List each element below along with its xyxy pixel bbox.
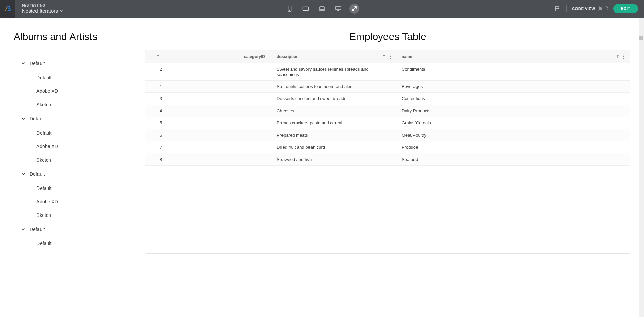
device-tablet-landscape-button[interactable] — [301, 4, 311, 14]
tree-group: DefaultDefaultAdobe XDSketch — [14, 56, 145, 111]
table-row[interactable]: 7Dried fruit and bean curdProduce — [145, 141, 630, 153]
edit-button[interactable]: EDIT — [613, 4, 638, 13]
column-label: categoryID — [160, 54, 267, 59]
svg-point-12 — [623, 56, 624, 57]
column-header-name[interactable]: name — [397, 50, 630, 63]
toggle-off-icon — [598, 6, 608, 11]
cell-description: Seaweed and fish — [272, 153, 397, 165]
chevron-down-icon — [21, 227, 26, 232]
svg-point-10 — [390, 58, 391, 59]
table-row[interactable]: 2Sweet and savory sauces relishes spread… — [145, 63, 630, 81]
cell-name: Produce — [397, 141, 630, 153]
tree-view: DefaultDefaultAdobe XDSketchDefaultDefau… — [14, 56, 145, 250]
device-desktop-button[interactable] — [333, 4, 343, 14]
svg-point-13 — [623, 58, 624, 59]
column-header-description[interactable]: description — [272, 50, 397, 63]
device-laptop-button[interactable] — [317, 4, 327, 14]
arrow-up-icon — [382, 55, 386, 59]
table-row[interactable]: 1Soft drinks coffees teas beers and ales… — [145, 81, 630, 93]
tree-group-label: Default — [30, 61, 45, 66]
preview-canvas: Albums and Artists DefaultDefaultAdobe X… — [0, 18, 644, 317]
column-label: description — [277, 54, 382, 59]
divider — [566, 5, 567, 12]
table-row[interactable]: 5Breads crackers pasta and cerealGrains/… — [145, 117, 630, 129]
svg-rect-4 — [336, 6, 341, 10]
page-title-dropdown[interactable]: Nested Iterators — [22, 8, 63, 14]
grid-body: 2Sweet and savory sauces relishes spread… — [145, 63, 630, 166]
scrollbar-track[interactable] — [639, 18, 644, 317]
page-title: Nested Iterators — [22, 8, 58, 14]
cell-name: Seafood — [397, 153, 630, 165]
tree-item[interactable]: Adobe XD — [14, 84, 145, 98]
cell-name: Meat/Poultry — [397, 129, 630, 141]
tree-group-header[interactable]: Default — [14, 111, 145, 126]
device-fullscreen-button[interactable] — [349, 4, 359, 14]
right-column: Employees Table categoryID description — [145, 31, 630, 254]
right-heading: Employees Table — [145, 31, 630, 42]
column-label: name — [402, 54, 616, 59]
tree-item[interactable]: Adobe XD — [14, 195, 145, 208]
cell-description: Prepared meats — [272, 129, 397, 141]
device-phone-button[interactable] — [285, 4, 295, 14]
code-view-toggle[interactable]: CODE VIEW — [572, 6, 608, 11]
grid-empty-space — [145, 166, 630, 253]
tree-item[interactable]: Default — [14, 237, 145, 250]
svg-point-5 — [152, 55, 152, 55]
app-logo[interactable] — [0, 0, 15, 18]
tree-group-header[interactable]: Default — [14, 222, 145, 237]
svg-point-7 — [152, 58, 152, 59]
tree-group-label: Default — [30, 116, 45, 121]
left-column: Albums and Artists DefaultDefaultAdobe X… — [14, 31, 145, 254]
tree-group: DefaultDefaultAdobe XDSketch — [14, 167, 145, 222]
tree-item[interactable]: Default — [14, 71, 145, 84]
tree-item[interactable]: Sketch — [14, 208, 145, 222]
cell-description: Desserts candies and sweet breads — [272, 93, 397, 105]
flag-icon — [554, 6, 560, 11]
cell-name: Dairy Products — [397, 105, 630, 117]
cell-categoryid: 4 — [145, 105, 272, 117]
tree-group-label: Default — [30, 227, 45, 232]
cell-categoryid: 3 — [145, 93, 272, 105]
column-header-categoryid[interactable]: categoryID — [145, 50, 272, 63]
tree-item[interactable]: Adobe XD — [14, 140, 145, 153]
svg-point-9 — [390, 56, 391, 57]
arrow-up-icon — [156, 55, 160, 59]
tree-item[interactable]: Sketch — [14, 98, 145, 111]
table-row[interactable]: 4CheesesDairy Products — [145, 105, 630, 117]
more-vertical-icon — [150, 54, 154, 59]
cell-categoryid: 5 — [145, 117, 272, 129]
chevron-down-icon — [21, 61, 26, 66]
cell-categoryid: 6 — [145, 129, 272, 141]
cell-name: Condiments — [397, 63, 630, 80]
logo-icon — [4, 5, 11, 12]
svg-point-1 — [289, 10, 290, 11]
expand-icon — [352, 6, 357, 11]
more-vertical-icon — [388, 54, 392, 59]
tree-group-header[interactable]: Default — [14, 56, 145, 71]
laptop-icon — [319, 6, 325, 11]
top-bar-actions: CODE VIEW EDIT — [553, 4, 644, 13]
svg-rect-2 — [303, 7, 309, 11]
tree-item[interactable]: Sketch — [14, 153, 145, 167]
phone-icon — [287, 6, 292, 12]
chevron-down-icon — [60, 9, 63, 13]
cell-categoryid: 2 — [145, 63, 272, 80]
project-label[interactable]: FEB TESTING — [22, 4, 63, 7]
cell-categoryid: 1 — [145, 81, 272, 92]
device-preview-switcher — [285, 4, 359, 14]
svg-point-11 — [623, 55, 624, 55]
tree-item[interactable]: Default — [14, 181, 145, 195]
tree-item[interactable]: Default — [14, 126, 145, 140]
scrollbar-thumb[interactable] — [639, 36, 643, 40]
tree-group-header[interactable]: Default — [14, 167, 145, 181]
left-heading: Albums and Artists — [14, 31, 145, 42]
flag-button[interactable] — [553, 5, 561, 13]
svg-point-6 — [152, 56, 152, 57]
data-grid: categoryID description name — [145, 50, 630, 254]
table-row[interactable]: 3Desserts candies and sweet breadsConfec… — [145, 93, 630, 105]
table-row[interactable]: 6Prepared meatsMeat/Poultry — [145, 129, 630, 141]
cell-name: Confections — [397, 93, 630, 105]
table-row[interactable]: 8Seaweed and fishSeafood — [145, 153, 630, 166]
code-view-label: CODE VIEW — [572, 7, 595, 11]
chevron-down-icon — [21, 116, 26, 121]
